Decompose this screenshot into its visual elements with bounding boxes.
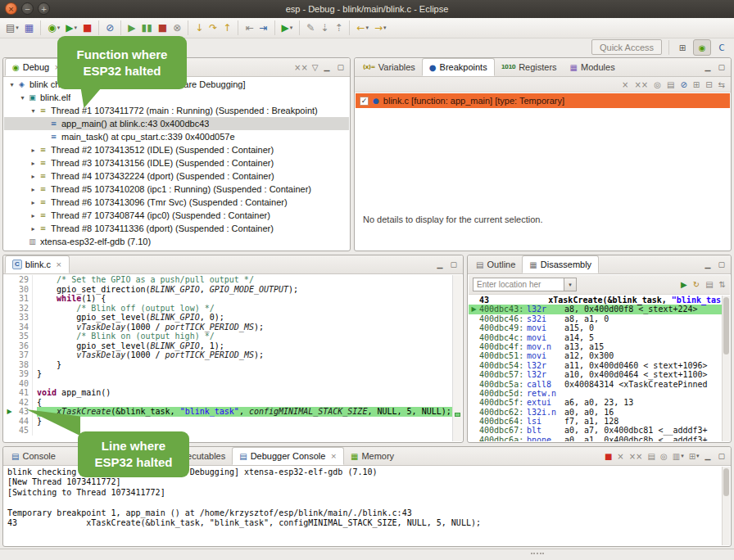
back-button[interactable]: ←▾ [354, 20, 371, 36]
debug-button[interactable]: ◉▾ [45, 20, 62, 36]
annotation-ruler[interactable] [4, 285, 15, 295]
tab-disassembly[interactable]: ▦Disassembly [522, 255, 599, 273]
minimize-button[interactable]: ▁ [704, 260, 713, 269]
annotation-ruler[interactable] [4, 417, 15, 427]
annotation-ruler[interactable] [4, 294, 15, 304]
maximize-button[interactable]: ▢ [335, 63, 346, 71]
debug-tree-item[interactable]: ▥xtensa-esp32-elf-gdb (7.10) [4, 235, 349, 248]
debug-tree-item[interactable]: ▸≡Thread #2 1073413512 (IDLE) (Suspended… [4, 143, 349, 156]
disassembly-row[interactable]: 400dbc5f:extuia6, a0, 23, 13 [469, 398, 722, 407]
window-maximize-button[interactable]: + [38, 2, 50, 15]
window-close-button[interactable]: × [5, 2, 17, 15]
link-with-debug-view-button[interactable]: ⇆ [718, 80, 725, 89]
tab-registers[interactable]: 1010Registers [495, 58, 564, 76]
annotation-ruler[interactable] [4, 426, 15, 436]
expand-icon[interactable]: ▸ [29, 186, 38, 193]
disassembly-row[interactable]: 400dbc6a:bnonea0, a1, 0x400dbc8b <__addd… [469, 436, 722, 441]
annotation-ruler[interactable] [4, 341, 15, 351]
expand-icon[interactable]: ▸ [29, 147, 38, 154]
debug-perspective-button[interactable]: ◉ [693, 39, 711, 56]
expand-icon[interactable]: ▸ [29, 199, 38, 206]
annotation-ruler[interactable] [4, 360, 15, 370]
debug-tree-item[interactable]: ▸≡Thread #3 1073413156 (IDLE) (Suspended… [4, 156, 349, 169]
editor-line[interactable]: 39} [4, 369, 452, 379]
disassembly-row[interactable]: 400dbc4c:movia14, 5 [469, 333, 722, 342]
pin-console-button[interactable]: ◎ [660, 452, 668, 461]
mark-occurrences-button[interactable]: ✎ [304, 20, 317, 36]
editor-line[interactable]: 31 while(1) { [4, 294, 452, 304]
disassembly-row[interactable]: 400dbc51:movia12, 0x300 [469, 351, 722, 360]
display-selected-console-button[interactable]: ▥▾ [673, 452, 684, 461]
disassembly-row[interactable]: 400dbc46:s32ia8, a1, 0 [469, 314, 722, 323]
run-button[interactable]: ▶▾ [63, 20, 79, 36]
instruction-pointer-icon[interactable]: ▶ [4, 407, 15, 417]
disassembly-row[interactable]: ▶400dbc43:l32ra8, 0x400d00f8 <_stext+224… [469, 305, 722, 314]
tab-breakpoints[interactable]: ●Breakpoints [422, 58, 495, 76]
debug-tree-item[interactable]: ▸≡Thread #6 1073413096 (Tmr Svc) (Suspen… [4, 196, 349, 209]
scrollbar[interactable] [722, 467, 730, 545]
stop-button[interactable]: ■ [80, 20, 94, 36]
remove-breakpoint-button[interactable]: × [622, 80, 628, 89]
disassembly-row[interactable]: 400dbc5a:call80x40084314 <xTaskCreatePin… [469, 380, 722, 389]
close-icon[interactable]: × [56, 260, 62, 269]
scrollbar-thumb[interactable] [723, 297, 729, 355]
remove-launch-button[interactable]: × [617, 452, 623, 461]
tab-variables[interactable]: (x)=Variables [356, 58, 422, 76]
step-return-button[interactable]: ↑ [220, 20, 233, 36]
skip-all-breakpoints-button[interactable]: ⊘ [103, 20, 116, 36]
disassembly-row[interactable]: 43 xTaskCreate(&blink_task, "blink_tas [469, 296, 722, 305]
remove-all-breakpoints-button[interactable]: ×× [634, 80, 648, 89]
tab-modules[interactable]: ▦Modules [564, 58, 622, 76]
view-menu-button[interactable]: ▽ [312, 63, 319, 72]
debug-tree-item[interactable]: ≡app_main() at blink.c:43 0x400dbc43 [4, 117, 349, 130]
debug-tree-item[interactable]: ▸≡Thread #4 1073432224 (dport) (Suspende… [4, 169, 349, 183]
clear-console-button[interactable]: ▤ [648, 452, 655, 461]
debug-tree-item[interactable]: ▾▣blink.elf [4, 91, 349, 104]
annotation-ruler[interactable] [4, 304, 15, 314]
breakpoint-checkbox[interactable]: ✓ [360, 97, 369, 106]
annotation-ruler[interactable] [4, 313, 15, 323]
expand-icon[interactable]: ▸ [29, 212, 38, 219]
disconnect-button[interactable]: ⊗ [170, 20, 184, 36]
editor-line[interactable]: 30 gpio_set_direction(BLINK_GPIO, GPIO_M… [4, 285, 452, 295]
chevron-down-icon[interactable]: ▾ [564, 278, 577, 291]
disassembly-row[interactable]: 400dbc67:blta0, a7, 0x400dbc81 <__adddf3… [469, 426, 722, 435]
scrollbar[interactable] [722, 296, 730, 441]
minimize-button[interactable]: ▁ [323, 63, 332, 71]
drop-to-frame-button[interactable]: ⇤ [242, 20, 256, 36]
maximize-button[interactable]: ▢ [716, 452, 727, 460]
disassembly-row[interactable]: 400dbc5d:retw.n [469, 389, 722, 398]
tab-memory[interactable]: ▦Memory [344, 447, 401, 465]
editor-line[interactable]: 33 gpio_set_level(BLINK_GPIO, 0); [4, 313, 452, 323]
window-minimize-button[interactable]: − [21, 2, 34, 15]
open-perspective-button[interactable]: ⊞ [673, 39, 691, 56]
collapse-icon[interactable]: ▾ [29, 107, 38, 115]
resume-button[interactable]: ▶ [125, 20, 138, 36]
maximize-button[interactable]: ▢ [448, 260, 459, 269]
save-button[interactable]: ▦ [22, 20, 36, 36]
disassembly-row[interactable]: 400dbc49:movia15, 0 [469, 323, 722, 332]
previous-annotation-button[interactable]: ⇡ [332, 20, 345, 36]
step-into-button[interactable]: ↓ [193, 20, 206, 36]
disassembly-row[interactable]: 400dbc54:l32ra11, 0x400d0460 <_stext+109… [469, 361, 722, 370]
editor-line[interactable]: 36 gpio_set_level(BLINK_GPIO, 1); [4, 341, 452, 351]
annotation-ruler[interactable] [4, 369, 15, 379]
disassembly-listing[interactable]: 43 xTaskCreate(&blink_task, "blink_tas▶4… [469, 296, 722, 441]
tab-blink-c[interactable]: C blink.c × [5, 255, 70, 273]
tab-debugger-console[interactable]: ▤Debugger Console× [232, 447, 344, 465]
editor-line[interactable]: 37 vTaskDelay(1000 / portTICK_PERIOD_MS)… [4, 350, 452, 360]
debug-tree-item[interactable]: ▾≡Thread #1 1073411772 (main : Running) … [4, 104, 349, 117]
debug-tree-item[interactable]: ▸≡Thread #8 1073411336 (dport) (Suspende… [4, 222, 349, 235]
cpp-perspective-button[interactable]: C [713, 39, 731, 56]
sync-with-active-context-button[interactable]: ⇅ [719, 280, 726, 289]
minimize-button[interactable]: ▁ [704, 452, 713, 460]
remove-all-terminated-button[interactable]: ×× [629, 452, 643, 461]
annotation-ruler[interactable] [4, 398, 15, 408]
annotation-ruler[interactable] [4, 323, 15, 332]
editor-line[interactable]: 35 /* Blink on (output high) */ [4, 332, 452, 341]
instruction-stepping-button[interactable]: ⇥ [256, 20, 270, 36]
suspend-button[interactable]: ▮▮ [139, 20, 155, 36]
debugger-console-output[interactable]: blink checking [GDB OpenOCD Hardware Deb… [4, 467, 722, 545]
go-to-file-for-breakpoint-button[interactable]: ▤ [667, 80, 674, 89]
editor-line[interactable]: 38 } [4, 360, 452, 370]
